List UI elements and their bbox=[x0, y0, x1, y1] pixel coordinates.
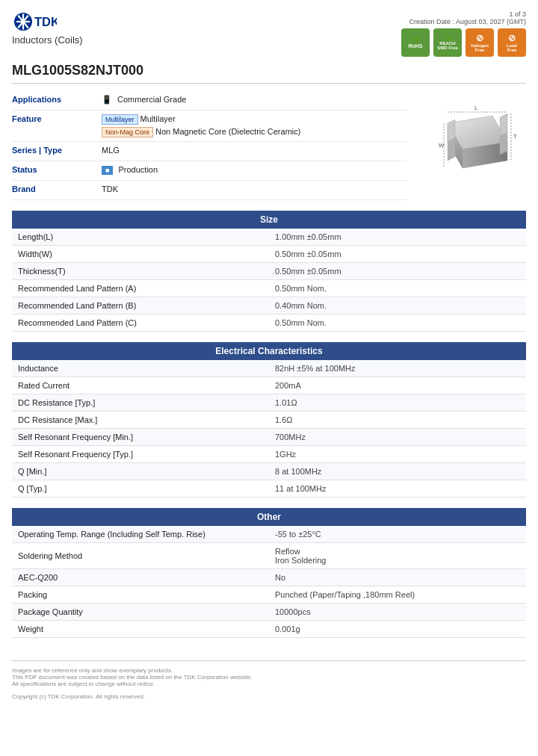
other-row-soldering: Soldering Method ReflowIron Soldering bbox=[12, 543, 526, 569]
halogen-icon: ⊘ bbox=[476, 33, 483, 43]
other-value-packing: Punched (Paper/Taping ,180mm Reel) bbox=[269, 586, 526, 604]
elec-value-dc-res-max: 1.6Ω bbox=[269, 412, 526, 429]
size-value-land-c: 0.50mm Nom. bbox=[269, 315, 526, 332]
elec-value-inductance: 82nH ±5% at 100MHz bbox=[269, 360, 526, 377]
spec-row-status: Status ■ Production bbox=[12, 161, 406, 181]
size-value-width: 0.50mm ±0.05mm bbox=[269, 246, 526, 263]
rohs-badge: 🌿 RoHS bbox=[401, 28, 430, 57]
elec-value-srf-typ: 1GHz bbox=[269, 446, 526, 463]
other-table: Other Operating Temp. Range (Including S… bbox=[12, 508, 526, 638]
other-table-header: Other bbox=[12, 508, 526, 526]
elec-label-dc-res-typ: DC Resistance [Typ.] bbox=[12, 394, 269, 412]
elec-row-q-typ: Q [Typ.] 11 at 100MHz bbox=[12, 480, 526, 498]
disclaimer-text: Images are for reference only and show e… bbox=[12, 667, 526, 687]
specs-left: Applications 📱 Commercial Grade Feature … bbox=[12, 91, 406, 200]
size-value-land-a: 0.50mm Nom. bbox=[269, 280, 526, 297]
spec-row-brand: Brand TDK bbox=[12, 181, 406, 200]
electrical-table: Electrical Characteristics Inductance 82… bbox=[12, 342, 526, 498]
electrical-table-header: Electrical Characteristics bbox=[12, 342, 526, 360]
spec-value-status: ■ Production bbox=[102, 165, 406, 175]
size-row-land-b: Recommended Land Pattern (B) 0.40mm Nom. bbox=[12, 297, 526, 315]
svg-text:T: T bbox=[513, 133, 517, 140]
footer: Images are for reference only and show e… bbox=[12, 660, 526, 700]
other-row-packing: Packing Punched (Paper/Taping ,180mm Ree… bbox=[12, 586, 526, 604]
spec-row-feature: Feature MultilayerMultilayer Non-Mag Cor… bbox=[12, 111, 406, 142]
size-row-length: Length(L) 1.00mm ±0.05mm bbox=[12, 229, 526, 246]
elec-value-srf-min: 700MHz bbox=[269, 429, 526, 446]
feature-multilayer-text: Multilayer bbox=[140, 114, 176, 123]
reach-icon: 🌿 bbox=[445, 35, 451, 41]
svg-text:TDK: TDK bbox=[34, 15, 57, 28]
size-row-width: Width(W) 0.50mm ±0.05mm bbox=[12, 246, 526, 263]
lead-label: LeadFree bbox=[507, 43, 517, 52]
elec-row-srf-min: Self Resonant Frequency [Min.] 700MHz bbox=[12, 429, 526, 446]
part-number: MLG1005S82NJT000 bbox=[12, 63, 526, 84]
applications-icon: 📱 bbox=[102, 95, 112, 104]
size-row-thickness: Thickness(T) 0.50mm ±0.05mm bbox=[12, 263, 526, 280]
other-label-soldering: Soldering Method bbox=[12, 543, 269, 569]
elec-row-q-min: Q [Min.] 8 at 100MHz bbox=[12, 463, 526, 480]
elec-label-srf-typ: Self Resonant Frequency [Typ.] bbox=[12, 446, 269, 463]
elec-label-dc-res-max: DC Resistance [Max.] bbox=[12, 412, 269, 429]
size-label-land-c: Recommended Land Pattern (C) bbox=[12, 315, 269, 332]
size-header-cell: Size bbox=[12, 211, 526, 229]
other-value-temp: -55 to ±25°C bbox=[269, 526, 526, 543]
creation-date: Creation Date : August 03, 2027 (GMT) bbox=[401, 18, 526, 25]
tag-multilayer: Multilayer bbox=[102, 114, 138, 125]
size-value-length: 1.00mm ±0.05mm bbox=[269, 229, 526, 246]
rohs-icon: 🌿 bbox=[412, 37, 419, 43]
elec-label-q-typ: Q [Typ.] bbox=[12, 480, 269, 498]
other-value-pkg-qty: 10000pcs bbox=[269, 604, 526, 621]
size-label-land-b: Recommended Land Pattern (B) bbox=[12, 297, 269, 315]
tag-nonmag: Non-Mag Core bbox=[102, 127, 153, 137]
size-table: Size Length(L) 1.00mm ±0.05mm Width(W) 0… bbox=[12, 211, 526, 332]
spec-value-brand: TDK bbox=[102, 185, 406, 193]
spec-row-series-type: Series | Type MLG bbox=[12, 142, 406, 161]
size-value-thickness: 0.50mm ±0.05mm bbox=[269, 263, 526, 280]
other-label-pkg-qty: Package Quantity bbox=[12, 604, 269, 621]
svg-text:W: W bbox=[439, 142, 445, 149]
svg-marker-10 bbox=[448, 138, 455, 161]
header-right: 1 of 3 Creation Date : August 03, 2027 (… bbox=[401, 10, 526, 57]
elec-label-rated-current: Rated Current bbox=[12, 377, 269, 394]
spec-value-series-type: MLG bbox=[102, 146, 406, 155]
other-value-soldering: ReflowIron Soldering bbox=[269, 543, 526, 569]
halogen-badge: ⊘ HalogenFree bbox=[466, 28, 494, 57]
spec-label-applications: Applications bbox=[12, 95, 102, 104]
elec-value-dc-res-typ: 1.01Ω bbox=[269, 394, 526, 412]
other-label-packing: Packing bbox=[12, 586, 269, 604]
other-label-temp: Operating Temp. Range (Including Self Te… bbox=[12, 526, 269, 543]
other-label-weight: Weight bbox=[12, 621, 269, 638]
page-header: TDK Inductors (Coils) 1 of 3 Creation Da… bbox=[12, 10, 526, 57]
rohs-label: RoHS bbox=[408, 43, 422, 49]
reach-badge: 🌿 REACHSMD Free bbox=[433, 28, 462, 57]
other-value-aec: No bbox=[269, 569, 526, 586]
other-row-aec: AEC-Q200 No bbox=[12, 569, 526, 586]
inductor-svg-image: T L W bbox=[418, 101, 522, 190]
product-image: T L W bbox=[414, 91, 526, 200]
elec-label-inductance: Inductance bbox=[12, 360, 269, 377]
tdk-logo-icon: TDK bbox=[12, 10, 57, 33]
lead-badge: ⊘ LeadFree bbox=[498, 28, 526, 57]
lead-icon: ⊘ bbox=[508, 33, 516, 43]
other-value-weight: 0.001g bbox=[269, 621, 526, 638]
elec-row-rated-current: Rated Current 200mA bbox=[12, 377, 526, 394]
other-header-cell: Other bbox=[12, 508, 526, 526]
svg-marker-12 bbox=[500, 132, 507, 155]
spec-label-feature: Feature bbox=[12, 114, 102, 123]
feature-nonmag-text: Non Magnetic Core (Dielectric Ceramic) bbox=[155, 127, 300, 136]
elec-row-srf-typ: Self Resonant Frequency [Typ.] 1GHz bbox=[12, 446, 526, 463]
size-row-land-c: Recommended Land Pattern (C) 0.50mm Nom. bbox=[12, 315, 526, 332]
logo-area: TDK Inductors (Coils) bbox=[12, 10, 83, 46]
spec-label-status: Status bbox=[12, 165, 102, 174]
other-label-aec: AEC-Q200 bbox=[12, 569, 269, 586]
size-table-header: Size bbox=[12, 211, 526, 229]
spec-label-series-type: Series | Type bbox=[12, 146, 102, 155]
elec-row-dc-res-typ: DC Resistance [Typ.] 1.01Ω bbox=[12, 394, 526, 412]
product-category: Inductors (Coils) bbox=[12, 34, 83, 46]
spec-value-feature: MultilayerMultilayer Non-Mag CoreNon Mag… bbox=[102, 114, 406, 137]
size-label-thickness: Thickness(T) bbox=[12, 263, 269, 280]
elec-label-q-min: Q [Min.] bbox=[12, 463, 269, 480]
electrical-header-cell: Electrical Characteristics bbox=[12, 342, 526, 360]
elec-value-q-typ: 11 at 100MHz bbox=[269, 480, 526, 498]
